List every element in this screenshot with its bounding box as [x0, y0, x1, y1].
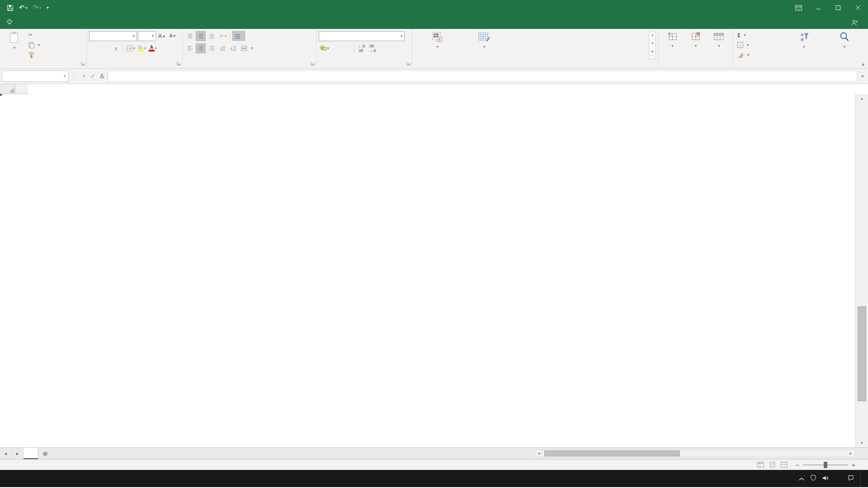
new-sheet-icon[interactable]: ⊕ [38, 448, 52, 459]
zoom-out-icon[interactable]: − [796, 461, 799, 469]
decrease-decimal-icon[interactable]: .00→.0 [368, 43, 377, 53]
fill-color-button[interactable]: ▾ [137, 43, 147, 53]
cancel-entry-icon[interactable]: × [82, 73, 86, 80]
select-all-corner[interactable] [0, 84, 15, 94]
decrease-font-icon[interactable]: А▼ [168, 31, 178, 41]
decrease-indent-icon[interactable] [217, 43, 227, 53]
expand-formula-bar-icon[interactable]: ▼ [857, 74, 868, 79]
name-box[interactable]: ▾ [2, 70, 69, 82]
alignment-dialog-launcher-icon[interactable] [310, 61, 315, 67]
minimize-button[interactable] [808, 0, 828, 15]
namebox-splitter[interactable]: ⋮ [69, 73, 79, 80]
gallery-scrollbar[interactable]: ▲▼▼─ [649, 32, 656, 59]
delete-cells-icon [690, 32, 701, 42]
save-icon[interactable] [5, 2, 16, 14]
align-bottom-icon[interactable] [207, 31, 217, 41]
ribbon-display-options-icon[interactable] [788, 0, 808, 15]
increase-font-icon[interactable]: А▲ [157, 31, 167, 41]
account-user-name[interactable] [828, 26, 844, 29]
page-break-view-icon[interactable] [779, 461, 789, 469]
clipboard-dialog-launcher-icon[interactable] [80, 61, 85, 67]
font-dialog-launcher-icon[interactable] [176, 61, 181, 67]
sort-filter-button[interactable]: АЯ ▾ [783, 30, 825, 61]
accounting-format-button[interactable]: $▾ [319, 43, 330, 53]
bold-button[interactable] [89, 43, 99, 53]
underline-button[interactable]: ▾ [111, 43, 121, 53]
scroll-down-icon[interactable]: ▼ [856, 438, 868, 447]
horizontal-scroll-thumb[interactable] [544, 450, 680, 456]
orientation-button[interactable]: ▾ [217, 31, 227, 41]
scroll-left-icon[interactable]: ◄ [535, 451, 543, 455]
speaker-icon[interactable] [822, 474, 829, 483]
zoom-slider[interactable]: − + [796, 461, 855, 469]
percent-style-button[interactable] [331, 43, 341, 53]
hidden-icons-chevron[interactable] [799, 474, 804, 483]
sheet-tab-list1[interactable] [24, 448, 38, 459]
title-bar: ↶▾ ↷▾ ▾ [0, 0, 868, 15]
close-button[interactable] [848, 0, 868, 15]
show-desktop-sliver[interactable] [860, 470, 863, 487]
normal-view-icon[interactable] [756, 461, 766, 469]
formula-input[interactable] [108, 70, 857, 82]
cut-button[interactable]: ✂ [27, 30, 42, 40]
collapse-ribbon-icon[interactable]: ▲ [861, 62, 865, 66]
sheet-nav-left-icon[interactable]: ◄ [0, 448, 12, 459]
format-painter-button[interactable] [27, 50, 42, 60]
font-color-button[interactable]: А ▾ [148, 43, 158, 53]
gallery-more-icon[interactable]: ▼─ [651, 50, 654, 58]
italic-button[interactable] [100, 43, 110, 53]
tell-me-box[interactable] [0, 19, 22, 29]
delete-cells-button[interactable]: ▾ [684, 30, 707, 61]
number-format-combo[interactable]: ▾ [319, 31, 405, 41]
ribbon-group-font: ▾ ▾ А▲ А▼ ▾ ▾ [87, 29, 183, 68]
wrap-text-button[interactable] [232, 31, 245, 41]
comma-style-button[interactable] [342, 43, 352, 53]
action-center-icon[interactable] [848, 474, 854, 483]
undo-button[interactable]: ↶▾ [17, 2, 30, 14]
gallery-up-icon[interactable]: ▲ [651, 33, 654, 36]
zoom-in-icon[interactable]: + [852, 461, 855, 469]
align-center-icon[interactable] [196, 43, 206, 53]
shield-icon[interactable] [811, 474, 816, 483]
insert-function-icon[interactable]: fx [100, 73, 104, 80]
vertical-scroll-thumb[interactable] [858, 306, 866, 401]
page-layout-view-icon[interactable] [768, 461, 778, 469]
borders-icon [127, 45, 133, 52]
borders-button[interactable]: ▾ [126, 43, 136, 53]
align-left-icon[interactable] [185, 43, 195, 53]
number-dialog-launcher-icon[interactable] [406, 61, 411, 67]
copy-button[interactable]: ▾ [27, 40, 42, 50]
fill-button[interactable]: ↓▾ [736, 40, 783, 50]
insert-cells-button[interactable]: ▾ [661, 30, 684, 61]
clear-button[interactable]: ▾ [736, 50, 783, 60]
ribbon-group-cells: ▾ ▾ ▾ [659, 29, 733, 68]
merge-center-button[interactable]: ▾ [239, 43, 255, 53]
font-name-combo[interactable]: ▾ [89, 31, 137, 41]
find-select-button[interactable]: ▾ [825, 30, 864, 61]
share-button[interactable] [844, 19, 868, 29]
increase-indent-icon[interactable] [228, 43, 238, 53]
customize-qat-icon[interactable]: ▾ [44, 2, 51, 14]
align-top-icon[interactable] [185, 31, 195, 41]
maximize-button[interactable] [828, 0, 848, 15]
paste-button[interactable]: ▾ [2, 30, 27, 61]
zoom-thumb[interactable] [824, 462, 827, 468]
align-middle-icon[interactable] [196, 31, 206, 41]
autosum-button[interactable]: Σ▾ [736, 30, 783, 40]
scroll-right-icon[interactable]: ► [847, 451, 855, 455]
sheet-tab-bar: ◄ ► ⊕ ◄ ► [0, 447, 868, 459]
vertical-scrollbar[interactable]: ▲ ▼ [855, 94, 868, 447]
sheet-nav-right-icon[interactable]: ► [12, 448, 24, 459]
horizontal-scrollbar[interactable]: ◄ ► [534, 450, 855, 457]
format-as-table-button[interactable]: ▾ [460, 30, 509, 61]
confirm-entry-icon[interactable]: ✓ [90, 73, 95, 80]
font-size-combo[interactable]: ▾ [138, 31, 156, 41]
format-cells-button[interactable]: ▾ [708, 30, 731, 61]
conditional-formatting-button[interactable]: ≠ ▾ [415, 30, 460, 61]
insert-cells-icon [667, 32, 678, 42]
align-right-icon[interactable] [207, 43, 217, 53]
scroll-up-icon[interactable]: ▲ [856, 94, 868, 103]
increase-decimal-icon[interactable]: ←.0.00 [357, 43, 367, 53]
redo-button[interactable]: ↷▾ [31, 2, 44, 14]
gallery-down-icon[interactable]: ▼ [651, 42, 654, 45]
